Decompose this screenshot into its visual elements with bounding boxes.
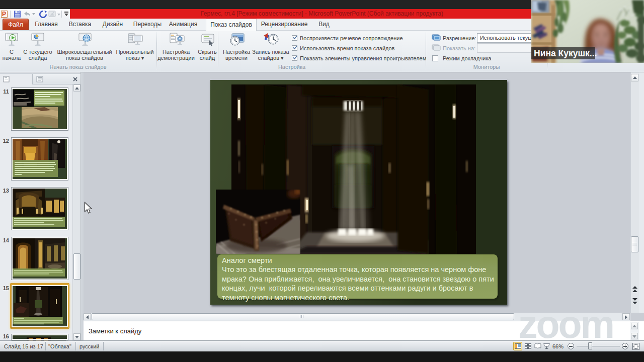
svg-text:Нина Кукушк...: Нина Кукушк... <box>534 48 597 58</box>
